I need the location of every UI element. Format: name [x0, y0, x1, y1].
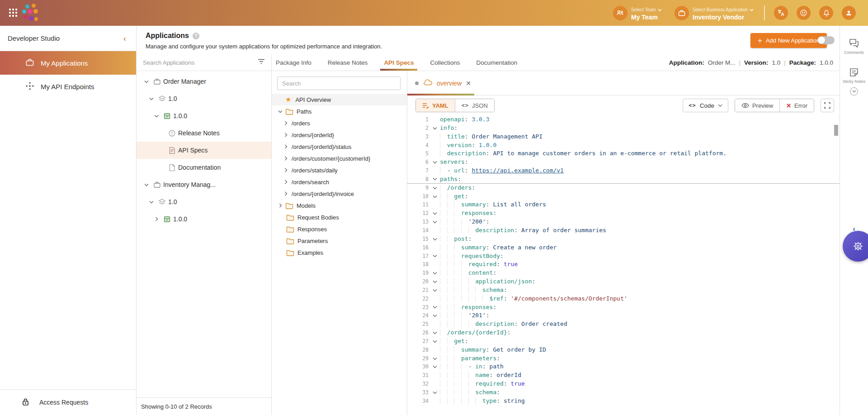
chevron-down-icon[interactable] — [143, 80, 150, 83]
bug-report-button[interactable] — [843, 231, 868, 262]
app-grid-icon[interactable] — [9, 9, 19, 19]
chevron-down-icon[interactable] — [148, 200, 155, 204]
fold-chevron-icon[interactable] — [431, 218, 439, 226]
fold-chevron-icon[interactable] — [431, 158, 439, 167]
chevron-right-icon[interactable] — [283, 156, 289, 161]
spec-tree-item--orders-stats-daily[interactable]: /orders/stats/daily — [272, 164, 407, 176]
code-line-34[interactable]: 34 type: string — [407, 397, 840, 405]
chevron-right-icon[interactable] — [283, 191, 289, 196]
code-line-29[interactable]: 29 parameters: — [407, 354, 840, 363]
code-line-24[interactable]: 24 '201': — [407, 311, 840, 320]
search-applications-input[interactable] — [143, 59, 258, 66]
chevron-right-icon[interactable] — [283, 121, 289, 125]
code-line-16[interactable]: 16 summary: Create a new order — [407, 243, 840, 252]
code-line-30[interactable]: 30 - in: path — [407, 363, 840, 371]
fold-chevron-icon[interactable] — [431, 124, 439, 133]
code-line-8[interactable]: 8paths: — [407, 175, 840, 184]
code-line-11[interactable]: 11 summary: List all orders — [407, 200, 840, 209]
code-line-4[interactable]: 4 version: 1.0.0 — [407, 141, 840, 150]
tab-collections[interactable]: Collections — [430, 54, 460, 71]
add-new-application-button[interactable]: + Add New Application — [750, 33, 827, 48]
app-tree-item-1-0-0[interactable]: 1.0.0 — [137, 107, 271, 124]
app-tree-item-release-notes[interactable]: Release Notes — [137, 124, 271, 142]
chevron-right-icon[interactable] — [283, 180, 289, 184]
spec-tree-item-api-overview[interactable]: ★API Overview — [272, 94, 407, 105]
chevron-down-icon[interactable] — [148, 97, 155, 100]
filter-icon[interactable] — [258, 58, 265, 67]
app-tree-item-1-0[interactable]: 1.0 — [137, 193, 271, 210]
fold-chevron-icon[interactable] — [431, 311, 439, 320]
sidebar-item-my-applications[interactable]: My Applications — [0, 51, 136, 75]
code-line-13[interactable]: 13 '200': — [407, 218, 840, 226]
code-line-9[interactable]: 9 /orders: — [407, 184, 840, 192]
app-tree-item-inventory-manag-[interactable]: Inventory Manag... — [137, 176, 271, 193]
fold-chevron-icon[interactable] — [431, 175, 439, 183]
spec-tree-item--orders-search[interactable]: /orders/search — [272, 176, 407, 188]
code-line-5[interactable]: 5 description: API to manage customer or… — [407, 149, 840, 158]
chevron-right-icon[interactable] — [283, 168, 289, 172]
code-line-18[interactable]: 18 required: true — [407, 260, 840, 269]
app-tree-item-order-manager[interactable]: Order Manager — [137, 73, 271, 90]
tab-release-notes[interactable]: Release Notes — [328, 54, 368, 71]
editor-tab-overview[interactable]: overview ✕ — [407, 71, 477, 95]
code-line-10[interactable]: 10 get: — [407, 192, 840, 201]
spec-tree-item--orders-customer-customerid-[interactable]: /orders/customer/{customerId} — [272, 153, 407, 164]
panel-chevron-down-icon[interactable] — [850, 87, 858, 95]
fold-chevron-icon[interactable] — [431, 192, 439, 201]
fold-chevron-icon[interactable] — [431, 252, 439, 261]
fold-chevron-icon[interactable] — [431, 363, 439, 371]
json-button[interactable]: <> JSON — [455, 99, 494, 112]
code-line-6[interactable]: 6servers: — [407, 158, 840, 167]
chevron-down-icon[interactable] — [143, 183, 150, 186]
fold-chevron-icon[interactable] — [431, 269, 439, 277]
fold-chevron-icon[interactable] — [431, 184, 439, 192]
app-tree-item-1-0[interactable]: 1.0 — [137, 90, 271, 107]
spec-tree-item-responses[interactable]: Responses — [272, 223, 407, 235]
fold-chevron-icon[interactable] — [431, 354, 439, 363]
fold-chevron-icon[interactable] — [431, 303, 439, 312]
code-line-2[interactable]: 2info: — [407, 124, 840, 133]
fold-chevron-icon[interactable] — [431, 209, 439, 218]
spec-tree-item-models[interactable]: Models — [272, 200, 407, 211]
tab-package-info[interactable]: Package Info — [276, 54, 311, 71]
sticky-notes-button[interactable]: Sticky Notes — [840, 67, 868, 84]
fullscreen-button[interactable] — [821, 99, 834, 112]
sidebar-collapse-icon[interactable]: ‹ — [123, 34, 126, 43]
avatar-icon[interactable] — [842, 6, 856, 20]
code-line-28[interactable]: 28 summary: Get order by ID — [407, 346, 840, 354]
chevron-down-icon[interactable] — [277, 110, 283, 113]
code-line-1[interactable]: 1openapi: 3.0.3 — [407, 115, 840, 124]
fold-chevron-icon[interactable] — [431, 337, 439, 346]
tab-documentation[interactable]: Documentation — [476, 54, 517, 71]
code-line-20[interactable]: 20 application/json: — [407, 277, 840, 286]
sidebar-item-my-api-endpoints[interactable]: My API Endpoints — [0, 75, 136, 98]
code-line-12[interactable]: 12 responses: — [407, 209, 840, 218]
spec-tree-item--orders-orderid-invoice[interactable]: /orders/{orderId}/invoice — [272, 188, 407, 200]
app-tree-item-documentation[interactable]: Documentation — [137, 159, 271, 176]
code-line-21[interactable]: 21 schema: — [407, 286, 840, 295]
editor-scrollbar[interactable] — [834, 125, 838, 136]
comments-button[interactable]: Comments — [840, 38, 868, 55]
tab-api-specs[interactable]: API Specs — [384, 54, 414, 71]
chevron-right-icon[interactable] — [283, 144, 289, 149]
code-line-15[interactable]: 15 post: — [407, 235, 840, 243]
bell-icon[interactable] — [819, 6, 833, 20]
code-line-25[interactable]: 25 description: Order created — [407, 320, 840, 329]
code-line-22[interactable]: 22 $ref: '#/components/schemas/OrderInpu… — [407, 295, 840, 303]
header-toggle-switch[interactable] — [817, 36, 835, 44]
access-requests-item[interactable]: Access Requests — [0, 389, 136, 415]
code-line-17[interactable]: 17 requestBody: — [407, 252, 840, 261]
chevron-right-icon[interactable] — [153, 217, 160, 221]
spec-tree-item-examples[interactable]: Examples — [272, 247, 407, 258]
code-line-19[interactable]: 19 content: — [407, 269, 840, 277]
spec-tree-item-paths[interactable]: Paths — [272, 105, 407, 117]
yaml-button[interactable]: YAML — [416, 99, 455, 112]
help-badge-icon[interactable]: ? — [193, 33, 199, 39]
code-line-3[interactable]: 3 title: Order Management API — [407, 133, 840, 141]
code-line-33[interactable]: 33 schema: — [407, 388, 840, 397]
code-dropdown[interactable]: <> Code — [683, 99, 728, 112]
code-line-14[interactable]: 14 description: Array of order summaries — [407, 226, 840, 235]
help-icon[interactable] — [797, 6, 811, 20]
fold-chevron-icon[interactable] — [431, 286, 439, 295]
code-line-23[interactable]: 23 responses: — [407, 303, 840, 312]
